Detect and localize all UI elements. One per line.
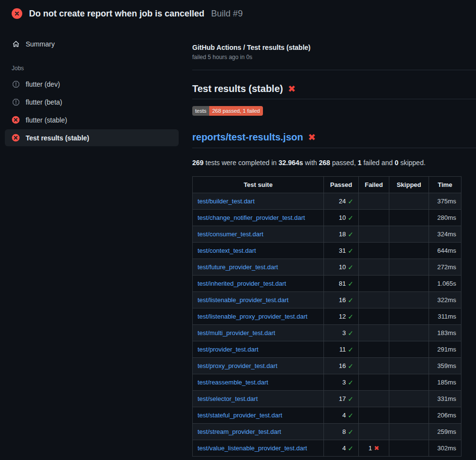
skipped-cell — [389, 259, 429, 276]
time-cell: 272ms — [429, 259, 461, 276]
badge-value: 268 passed, 1 failed — [209, 106, 262, 116]
failed-cell — [359, 226, 389, 243]
sidebar: Summary Jobs flutter (dev) flut — [0, 26, 192, 147]
skipped-cell — [389, 374, 429, 391]
passed-value: 16 — [339, 362, 346, 369]
skipped-cell — [389, 210, 429, 226]
table-row: test/value_listenable_provider_test.dart… — [193, 440, 461, 457]
test-suite-link[interactable]: test/selector_test.dart — [198, 395, 258, 402]
failed-cell — [359, 193, 389, 210]
passed-cell: 3✓ — [324, 374, 359, 391]
skipped-cell — [389, 226, 429, 243]
column-header-time: Time — [429, 177, 461, 193]
skipped-cell — [389, 341, 429, 358]
test-suite-link[interactable]: test/reassemble_test.dart — [198, 379, 268, 386]
tests-summary: 269 tests were completed in 32.964s with… — [192, 159, 476, 167]
check-icon: ✓ — [348, 263, 353, 271]
column-header-failed: Failed — [359, 177, 389, 193]
time-cell: 359ms — [429, 358, 461, 374]
column-header-passed: Passed — [324, 177, 359, 193]
passed-cell: 31✓ — [324, 243, 359, 259]
test-suite-link[interactable]: test/consumer_test.dart — [198, 230, 263, 238]
check-icon: ✓ — [348, 445, 353, 452]
passed-cell: 8✓ — [324, 424, 359, 440]
passed-cell: 10✓ — [324, 210, 359, 226]
test-suite-link[interactable]: test/proxy_provider_test.dart — [198, 362, 277, 369]
table-row: test/stream_provider_test.dart 8✓ 259ms — [193, 424, 461, 440]
time-cell: 259ms — [429, 424, 461, 440]
check-icon: ✓ — [348, 379, 353, 386]
passed-value: 12 — [339, 313, 346, 320]
check-icon: ✓ — [348, 362, 353, 370]
test-suite-link[interactable]: test/multi_provider_test.dart — [198, 329, 275, 337]
table-row: test/change_notifier_provider_test.dart … — [193, 210, 461, 226]
time-cell: 1.065s — [429, 276, 461, 292]
sidebar-item-flutter-beta[interactable]: flutter (beta) — [5, 93, 179, 110]
summary-text: with — [303, 159, 319, 167]
passed-value: 3 — [342, 379, 346, 386]
sidebar-item-test-results-stable[interactable]: Test results (stable) — [5, 129, 179, 146]
failed-status-icon — [12, 134, 20, 142]
time-cell: 324ms — [429, 226, 461, 243]
divider — [192, 148, 476, 148]
test-suite-link[interactable]: test/stream_provider_test.dart — [198, 428, 281, 435]
cancelled-icon — [12, 80, 20, 88]
failed-cell — [359, 374, 389, 391]
passed-count: 268 — [319, 159, 330, 167]
home-icon — [12, 40, 20, 48]
check-icon: ✓ — [348, 296, 353, 304]
sidebar-item-label: flutter (dev) — [26, 80, 60, 88]
check-icon: ✓ — [348, 329, 353, 337]
time-cell: 331ms — [429, 391, 461, 407]
test-suite-link[interactable]: test/context_test.dart — [198, 247, 256, 254]
sidebar-item-flutter-dev[interactable]: flutter (dev) — [5, 76, 179, 92]
run-title: Do not create report when job is cancell… — [29, 9, 204, 19]
check-icon: ✓ — [348, 230, 353, 238]
skipped-cell — [389, 193, 429, 210]
sidebar-item-flutter-stable[interactable]: flutter (stable) — [5, 111, 179, 128]
total-count: 269 — [192, 159, 203, 167]
table-row: test/reassemble_test.dart 3✓ 185ms — [193, 374, 461, 391]
failed-status-icon — [12, 8, 22, 19]
check-icon: ✓ — [348, 280, 353, 288]
passed-cell: 16✓ — [324, 358, 359, 374]
table-row: test/future_provider_test.dart 10✓ 272ms — [193, 259, 461, 276]
sidebar-item-label: Test results (stable) — [26, 134, 89, 142]
sidebar-item-summary[interactable]: Summary — [5, 35, 179, 52]
skipped-cell — [389, 407, 429, 424]
failed-value: 1 — [369, 445, 372, 452]
test-suite-link[interactable]: test/provider_test.dart — [198, 346, 259, 353]
skipped-cell — [389, 391, 429, 407]
test-suite-link[interactable]: test/builder_test.dart — [198, 198, 255, 205]
test-suite-link[interactable]: test/stateful_provider_test.dart — [198, 412, 282, 419]
failed-cell: 1✖ — [359, 440, 389, 457]
badge-label: tests — [192, 106, 209, 116]
passed-cell: 17✓ — [324, 391, 359, 407]
test-suite-link[interactable]: test/change_notifier_provider_test.dart — [198, 214, 305, 221]
time-cell: 302ms — [429, 440, 461, 457]
failed-cell — [359, 243, 389, 259]
check-icon: ✓ — [348, 247, 353, 255]
report-file-link[interactable]: reports/test-results.json — [192, 132, 303, 143]
passed-cell: 81✓ — [324, 276, 359, 292]
passed-cell: 4✓ — [324, 440, 359, 457]
test-suite-link[interactable]: test/inherited_provider_test.dart — [198, 280, 286, 287]
passed-cell: 18✓ — [324, 226, 359, 243]
test-suite-link[interactable]: test/listenable_proxy_provider_test.dart — [198, 313, 307, 320]
sidebar-item-label: Summary — [26, 40, 55, 48]
test-suite-link[interactable]: test/listenable_provider_test.dart — [198, 296, 289, 304]
passed-cell: 11✓ — [324, 341, 359, 358]
passed-value: 81 — [339, 280, 346, 287]
check-icon: ✓ — [348, 346, 353, 353]
test-suite-link[interactable]: test/future_provider_test.dart — [198, 263, 278, 271]
summary-text: skipped. — [399, 159, 426, 167]
passed-value: 17 — [339, 395, 346, 402]
main-content: GitHub Actions / Test results (stable) f… — [192, 26, 476, 457]
section-title-text: Test results (stable) — [192, 83, 283, 94]
failed-cell — [359, 210, 389, 226]
time-cell: 311ms — [429, 308, 461, 325]
table-row: test/consumer_test.dart 18✓ 324ms — [193, 226, 461, 243]
table-row: test/inherited_provider_test.dart 81✓ 1.… — [193, 276, 461, 292]
table-row: test/listenable_provider_test.dart 16✓ 3… — [193, 292, 461, 308]
test-suite-link[interactable]: test/value_listenable_provider_test.dart — [198, 445, 307, 452]
